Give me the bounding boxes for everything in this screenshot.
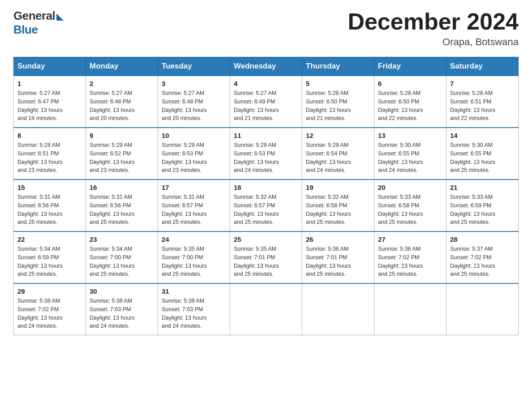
table-row: 7Sunrise: 5:28 AMSunset: 6:51 PMDaylight… bbox=[446, 76, 519, 128]
day-info: Sunrise: 5:33 AMSunset: 6:59 PMDaylight:… bbox=[450, 193, 515, 227]
table-row: 28Sunrise: 5:37 AMSunset: 7:02 PMDayligh… bbox=[446, 231, 519, 283]
col-thursday: Thursday bbox=[302, 57, 374, 76]
day-info: Sunrise: 5:38 AMSunset: 7:03 PMDaylight:… bbox=[90, 297, 154, 330]
day-info: Sunrise: 5:29 AMSunset: 6:53 PMDaylight:… bbox=[234, 141, 298, 175]
day-number: 1 bbox=[17, 80, 82, 87]
day-number: 3 bbox=[162, 80, 226, 87]
day-number: 30 bbox=[90, 287, 154, 295]
day-number: 8 bbox=[17, 132, 82, 139]
col-saturday: Saturday bbox=[446, 57, 519, 76]
day-info: Sunrise: 5:29 AMSunset: 6:53 PMDaylight:… bbox=[162, 141, 226, 175]
table-row: 6Sunrise: 5:28 AMSunset: 6:50 PMDaylight… bbox=[374, 76, 446, 128]
table-row: 16Sunrise: 5:31 AMSunset: 6:56 PMDayligh… bbox=[86, 180, 158, 231]
day-number: 17 bbox=[162, 184, 226, 191]
logo-triangle-icon bbox=[56, 13, 64, 21]
day-info: Sunrise: 5:32 AMSunset: 6:57 PMDaylight:… bbox=[234, 193, 298, 227]
table-row: 9Sunrise: 5:29 AMSunset: 6:52 PMDaylight… bbox=[86, 128, 158, 180]
day-info: Sunrise: 5:28 AMSunset: 6:50 PMDaylight:… bbox=[378, 89, 442, 123]
day-number: 29 bbox=[17, 287, 82, 295]
week-row-5: 29Sunrise: 5:38 AMSunset: 7:02 PMDayligh… bbox=[14, 283, 519, 335]
col-wednesday: Wednesday bbox=[230, 57, 302, 76]
table-row: 27Sunrise: 5:36 AMSunset: 7:02 PMDayligh… bbox=[374, 231, 446, 283]
day-number: 6 bbox=[378, 80, 442, 87]
table-row: 31Sunrise: 5:39 AMSunset: 7:03 PMDayligh… bbox=[158, 283, 230, 335]
day-number: 10 bbox=[162, 132, 226, 139]
table-row: 19Sunrise: 5:32 AMSunset: 6:58 PMDayligh… bbox=[302, 180, 374, 231]
day-number: 21 bbox=[450, 184, 515, 191]
col-monday: Monday bbox=[86, 57, 158, 76]
day-info: Sunrise: 5:36 AMSunset: 7:02 PMDaylight:… bbox=[378, 245, 442, 278]
day-info: Sunrise: 5:39 AMSunset: 7:03 PMDaylight:… bbox=[162, 297, 226, 330]
day-number: 5 bbox=[306, 80, 370, 87]
day-info: Sunrise: 5:37 AMSunset: 7:02 PMDaylight:… bbox=[450, 245, 515, 278]
logo: General Blue bbox=[13, 9, 64, 37]
day-info: Sunrise: 5:30 AMSunset: 6:55 PMDaylight:… bbox=[378, 141, 442, 175]
title-area: December 2024 Orapa, Botswana bbox=[348, 9, 519, 48]
table-row: 2Sunrise: 5:27 AMSunset: 6:48 PMDaylight… bbox=[86, 76, 158, 128]
day-number: 2 bbox=[90, 80, 154, 87]
logo-blue-text: Blue bbox=[13, 23, 38, 36]
table-row bbox=[374, 283, 446, 335]
day-info: Sunrise: 5:38 AMSunset: 7:02 PMDaylight:… bbox=[17, 297, 82, 330]
week-row-1: 1Sunrise: 5:27 AMSunset: 6:47 PMDaylight… bbox=[14, 76, 519, 128]
day-number: 28 bbox=[450, 235, 515, 243]
day-number: 12 bbox=[306, 132, 370, 139]
table-row: 3Sunrise: 5:27 AMSunset: 6:48 PMDaylight… bbox=[158, 76, 230, 128]
table-row: 15Sunrise: 5:31 AMSunset: 6:56 PMDayligh… bbox=[14, 180, 86, 231]
table-row: 30Sunrise: 5:38 AMSunset: 7:03 PMDayligh… bbox=[86, 283, 158, 335]
day-number: 27 bbox=[378, 235, 442, 243]
day-info: Sunrise: 5:32 AMSunset: 6:58 PMDaylight:… bbox=[306, 193, 370, 227]
day-number: 13 bbox=[378, 132, 442, 139]
table-row: 26Sunrise: 5:36 AMSunset: 7:01 PMDayligh… bbox=[302, 231, 374, 283]
col-tuesday: Tuesday bbox=[158, 57, 230, 76]
day-number: 9 bbox=[90, 132, 154, 139]
day-info: Sunrise: 5:31 AMSunset: 6:57 PMDaylight:… bbox=[162, 193, 226, 227]
day-info: Sunrise: 5:30 AMSunset: 6:55 PMDaylight:… bbox=[450, 141, 515, 175]
table-row: 5Sunrise: 5:28 AMSunset: 6:50 PMDaylight… bbox=[302, 76, 374, 128]
table-row: 23Sunrise: 5:34 AMSunset: 7:00 PMDayligh… bbox=[86, 231, 158, 283]
day-number: 7 bbox=[450, 80, 515, 87]
day-number: 20 bbox=[378, 184, 442, 191]
table-row: 14Sunrise: 5:30 AMSunset: 6:55 PMDayligh… bbox=[446, 128, 519, 180]
table-row: 11Sunrise: 5:29 AMSunset: 6:53 PMDayligh… bbox=[230, 128, 302, 180]
day-number: 25 bbox=[234, 235, 298, 243]
table-row bbox=[302, 283, 374, 335]
table-row: 21Sunrise: 5:33 AMSunset: 6:59 PMDayligh… bbox=[446, 180, 519, 231]
day-number: 4 bbox=[234, 80, 298, 87]
table-row: 4Sunrise: 5:27 AMSunset: 6:49 PMDaylight… bbox=[230, 76, 302, 128]
day-info: Sunrise: 5:31 AMSunset: 6:56 PMDaylight:… bbox=[17, 193, 82, 227]
day-number: 31 bbox=[162, 287, 226, 295]
week-row-4: 22Sunrise: 5:34 AMSunset: 6:59 PMDayligh… bbox=[14, 231, 519, 283]
day-info: Sunrise: 5:31 AMSunset: 6:56 PMDaylight:… bbox=[90, 193, 154, 227]
day-info: Sunrise: 5:35 AMSunset: 7:01 PMDaylight:… bbox=[234, 245, 298, 278]
table-row bbox=[230, 283, 302, 335]
table-row: 1Sunrise: 5:27 AMSunset: 6:47 PMDaylight… bbox=[14, 76, 86, 128]
day-number: 11 bbox=[234, 132, 298, 139]
day-info: Sunrise: 5:34 AMSunset: 6:59 PMDaylight:… bbox=[17, 245, 82, 278]
calendar-table: Sunday Monday Tuesday Wednesday Thursday… bbox=[13, 57, 519, 335]
location-label: Orapa, Botswana bbox=[348, 36, 519, 48]
day-info: Sunrise: 5:28 AMSunset: 6:51 PMDaylight:… bbox=[450, 89, 515, 123]
table-row: 8Sunrise: 5:28 AMSunset: 6:51 PMDaylight… bbox=[14, 128, 86, 180]
table-row: 10Sunrise: 5:29 AMSunset: 6:53 PMDayligh… bbox=[158, 128, 230, 180]
col-sunday: Sunday bbox=[14, 57, 86, 76]
day-info: Sunrise: 5:33 AMSunset: 6:58 PMDaylight:… bbox=[378, 193, 442, 227]
calendar-header-row: Sunday Monday Tuesday Wednesday Thursday… bbox=[14, 57, 519, 76]
day-number: 18 bbox=[234, 184, 298, 191]
day-info: Sunrise: 5:36 AMSunset: 7:01 PMDaylight:… bbox=[306, 245, 370, 278]
day-info: Sunrise: 5:34 AMSunset: 7:00 PMDaylight:… bbox=[90, 245, 154, 278]
col-friday: Friday bbox=[374, 57, 446, 76]
table-row bbox=[446, 283, 519, 335]
day-info: Sunrise: 5:28 AMSunset: 6:51 PMDaylight:… bbox=[17, 141, 82, 175]
table-row: 25Sunrise: 5:35 AMSunset: 7:01 PMDayligh… bbox=[230, 231, 302, 283]
day-number: 23 bbox=[90, 235, 154, 243]
page-header: General Blue December 2024 Orapa, Botswa… bbox=[13, 9, 519, 48]
table-row: 18Sunrise: 5:32 AMSunset: 6:57 PMDayligh… bbox=[230, 180, 302, 231]
day-info: Sunrise: 5:28 AMSunset: 6:50 PMDaylight:… bbox=[306, 89, 370, 123]
table-row: 22Sunrise: 5:34 AMSunset: 6:59 PMDayligh… bbox=[14, 231, 86, 283]
table-row: 13Sunrise: 5:30 AMSunset: 6:55 PMDayligh… bbox=[374, 128, 446, 180]
day-info: Sunrise: 5:27 AMSunset: 6:48 PMDaylight:… bbox=[162, 89, 226, 123]
day-info: Sunrise: 5:35 AMSunset: 7:00 PMDaylight:… bbox=[162, 245, 226, 278]
month-title: December 2024 bbox=[348, 9, 519, 34]
day-info: Sunrise: 5:29 AMSunset: 6:54 PMDaylight:… bbox=[306, 141, 370, 175]
